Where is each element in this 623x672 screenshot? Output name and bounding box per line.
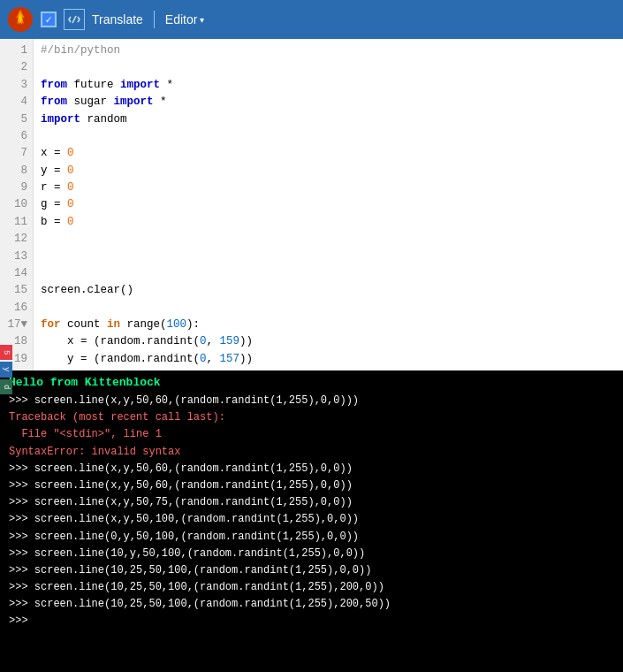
side-tabs: 5 y d: [0, 345, 12, 394]
svg-line-3: [72, 16, 76, 23]
checkbox[interactable]: ✓: [41, 11, 57, 27]
console-line: >>> screen.line(x,y,50,100,(random.randi…: [9, 511, 614, 528]
console-line: >>> screen.line(0,y,50,100,(random.randi…: [9, 529, 614, 546]
console: Hello from Kittenblock >>> screen.line(x…: [0, 370, 623, 672]
console-line: >>> screen.line(10,25,50,100,(random.ran…: [9, 579, 614, 596]
console-line: >>> screen.line(10,y,50,100,(random.rand…: [9, 546, 614, 562]
console-prompt-empty[interactable]: >>>: [9, 613, 614, 630]
console-line: SyntaxError: invalid syntax: [9, 444, 614, 461]
line-numbers: 12345 678910 1112131415 1617▼181920 2122…: [0, 39, 34, 370]
side-tab-5[interactable]: 5: [0, 345, 12, 360]
console-header: Hello from Kittenblock: [0, 370, 623, 393]
code-icon[interactable]: [64, 9, 85, 30]
side-tab-y[interactable]: y: [0, 362, 12, 377]
topbar: ✓ Translate Editor ▾: [0, 0, 623, 39]
translate-label[interactable]: Translate: [92, 12, 143, 27]
console-line: >>> screen.line(x,y,50,60,(random.randin…: [9, 477, 614, 494]
editor-caret: ▾: [200, 15, 204, 25]
code-text[interactable]: #/bin/python from future import * from s…: [34, 39, 623, 370]
console-line: >>> screen.line(10,25,50,100,(random.ran…: [9, 562, 614, 579]
console-line: File "<stdin>", line 1: [9, 426, 614, 443]
side-tab-d[interactable]: d: [0, 379, 12, 394]
editor-label: Editor: [165, 12, 198, 27]
logo-icon: [7, 6, 34, 33]
console-line: >>> screen.line(10,25,50,100,(random.ran…: [9, 596, 614, 613]
console-line: >>> screen.line(x,y,50,60,(random.randin…: [9, 393, 614, 409]
console-line: >>> screen.line(x,y,50,60,(random.randin…: [9, 461, 614, 477]
console-line: Traceback (most recent call last):: [9, 409, 614, 426]
divider: [154, 11, 155, 28]
editor-menu[interactable]: Editor ▾: [165, 12, 205, 27]
console-output[interactable]: >>> screen.line(x,y,50,60,(random.randin…: [0, 393, 623, 630]
code-editor[interactable]: 12345 678910 1112131415 1617▼181920 2122…: [0, 39, 623, 370]
console-line: >>> screen.line(x,y,50,75,(random.randin…: [9, 494, 614, 511]
